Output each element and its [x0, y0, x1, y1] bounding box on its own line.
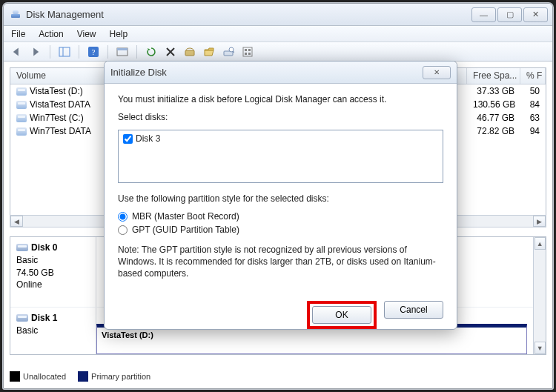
legend-primary: Primary partition: [91, 372, 150, 381]
svg-text:?: ?: [92, 47, 96, 56]
mbr-label: MBR (Master Boot Record): [132, 211, 239, 222]
maximize-button[interactable]: ▢: [497, 7, 522, 22]
volume-name: VistaTest (D:): [30, 86, 83, 96]
forward-button[interactable]: [29, 45, 42, 59]
maximize-icon: ▢: [506, 10, 514, 19]
volume-free: 130.56 GB: [467, 99, 520, 110]
volume-free: 37.33 GB: [467, 85, 520, 97]
menu-help[interactable]: Help: [110, 29, 128, 39]
open-icon[interactable]: [202, 45, 216, 59]
window-controls: — ▢ ✕: [470, 7, 548, 22]
minimize-icon: —: [480, 10, 488, 19]
toolbar-separator: [136, 45, 137, 59]
menubar: File Action View Help: [4, 26, 552, 42]
ok-button[interactable]: OK: [312, 306, 371, 324]
dialog-note: Note: The GPT partition style is not rec…: [118, 244, 443, 280]
toolbar-view-icon[interactable]: [116, 45, 129, 59]
dialog-title: Initialize Disk: [110, 67, 167, 78]
dialog-buttons: OK Cancel: [105, 298, 457, 339]
toolbar-separator: [79, 45, 79, 59]
refresh-icon[interactable]: [145, 45, 158, 59]
disk-type: Basic: [16, 254, 90, 267]
cancel-button[interactable]: Cancel: [384, 301, 443, 319]
back-button[interactable]: [10, 45, 23, 59]
close-button[interactable]: ✕: [523, 7, 548, 22]
dialog-body: You must initialize a disk before Logica…: [105, 84, 457, 298]
disk-size: 74.50 GB: [16, 267, 90, 279]
disk-info: Disk 1 Basic: [10, 308, 96, 354]
scroll-left-icon[interactable]: ◀: [10, 216, 23, 227]
disk-management-app-icon: [10, 9, 21, 21]
help-icon[interactable]: ?: [87, 45, 100, 59]
toolbar-separator: [50, 45, 50, 59]
dialog-close-button[interactable]: ✕: [423, 66, 451, 79]
legend-unallocated: Unallocated: [23, 372, 66, 381]
volume-name: Win7Test (C:): [30, 113, 84, 123]
col-freespace[interactable]: Free Spa...: [467, 68, 520, 84]
dialog-titlebar[interactable]: Initialize Disk ✕: [105, 62, 457, 84]
dialog-intro: You must initialize a disk before Logica…: [118, 94, 443, 104]
volume-free: 72.82 GB: [467, 125, 520, 137]
menu-view[interactable]: View: [77, 29, 96, 39]
legend-swatch-primary: [78, 371, 88, 382]
volume-icon: [16, 87, 27, 96]
svg-rect-6: [185, 50, 194, 56]
titlebar[interactable]: Disk Management — ▢ ✕: [4, 4, 552, 26]
select-disks-label: Select disks:: [118, 112, 443, 122]
volume-icon: [16, 101, 27, 109]
volume-free: 46.77 GB: [467, 112, 520, 124]
volume-pct: 94: [520, 125, 546, 137]
volume-pct: 50: [520, 85, 546, 97]
scroll-right-icon[interactable]: ▶: [533, 216, 546, 227]
properties-icon[interactable]: [222, 45, 235, 59]
volume-pct: 84: [520, 99, 546, 110]
gpt-label: GPT (GUID Partition Table): [132, 225, 239, 235]
scroll-down-icon[interactable]: ▼: [535, 342, 546, 354]
rescan-icon[interactable]: [183, 45, 196, 59]
initialize-disk-dialog: Initialize Disk ✕ You must initialize a …: [104, 61, 457, 330]
volume-name: VistaTest DATA: [30, 99, 90, 110]
toolbar: ?: [4, 42, 552, 62]
svg-rect-10: [243, 47, 252, 56]
legend: Unallocated Primary partition: [10, 369, 546, 384]
close-icon: ✕: [532, 10, 539, 19]
partition-style-group: MBR (Master Boot Record) GPT (GUID Parti…: [118, 211, 443, 235]
menu-action[interactable]: Action: [39, 29, 63, 39]
svg-rect-5: [117, 48, 128, 50]
disk-select-list[interactable]: Disk 3: [118, 130, 443, 183]
close-icon: ✕: [434, 68, 440, 76]
minimize-button[interactable]: —: [471, 7, 496, 22]
disk-checkbox[interactable]: [123, 134, 133, 144]
col-volume[interactable]: Volume: [10, 68, 107, 84]
disk-icon: [16, 314, 28, 322]
disk-checkbox-row[interactable]: Disk 3: [123, 133, 438, 144]
col-pct[interactable]: % F: [520, 68, 546, 84]
show-hide-pane-icon[interactable]: [58, 45, 71, 59]
volume-icon: [16, 114, 27, 122]
gpt-radio[interactable]: [118, 225, 128, 235]
radio-gpt[interactable]: GPT (GUID Partition Table): [118, 225, 443, 235]
svg-rect-14: [248, 53, 251, 55]
settings-icon[interactable]: [241, 45, 254, 59]
svg-rect-0: [59, 47, 70, 56]
volume-icon: [16, 127, 27, 136]
svg-rect-12: [248, 49, 251, 51]
disk-name: Disk 0: [31, 242, 57, 253]
window-title: Disk Management: [26, 9, 104, 20]
disk-name: Disk 1: [31, 313, 57, 323]
vertical-scrollbar[interactable]: ▲ ▼: [533, 237, 546, 354]
ok-button-highlight: OK: [307, 301, 377, 329]
menu-file[interactable]: File: [11, 29, 25, 39]
cancel-icon[interactable]: [164, 45, 177, 59]
volume-pct: 63: [520, 112, 546, 124]
toolbar-separator: [107, 45, 108, 59]
volume-name: Win7Test DATA: [30, 126, 91, 136]
svg-rect-11: [245, 49, 247, 51]
disk-type: Basic: [16, 325, 90, 337]
mbr-radio[interactable]: [118, 212, 128, 222]
scroll-up-icon[interactable]: ▲: [535, 237, 546, 250]
partition-style-label: Use the following partition style for th…: [118, 193, 443, 204]
disk-icon: [16, 244, 28, 251]
svg-rect-13: [245, 53, 247, 55]
radio-mbr[interactable]: MBR (Master Boot Record): [118, 211, 443, 222]
